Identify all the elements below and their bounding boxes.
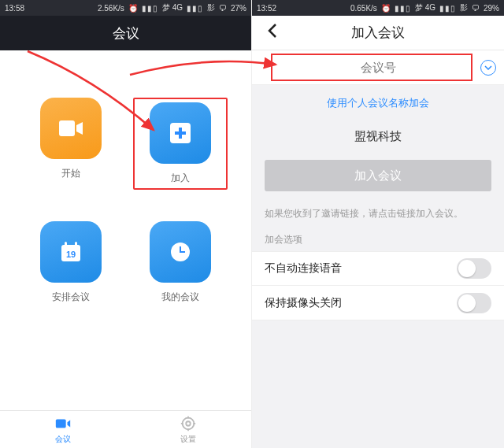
- svg-rect-5: [65, 242, 67, 247]
- video-icon: [54, 415, 72, 432]
- svg-point-13: [187, 421, 191, 426]
- status-time: 13:52: [257, 4, 276, 13]
- video-toggle[interactable]: [457, 293, 491, 313]
- option-label: 保持摄像头关闭: [265, 296, 342, 310]
- gear-icon: [180, 415, 197, 432]
- battery-icon: 🗩: [219, 4, 227, 13]
- svg-rect-0: [59, 120, 75, 136]
- status-battery: 27%: [231, 4, 246, 13]
- signal-icon: ▮▮▯: [395, 4, 411, 13]
- signal-icon-2: ▮▮▯: [187, 4, 203, 13]
- tab-label: 会议: [55, 434, 71, 445]
- audio-toggle[interactable]: [457, 258, 491, 279]
- use-personal-link[interactable]: 使用个人会议名称加会: [252, 85, 504, 121]
- invite-hint: 如果您收到了邀请链接，请点击链接加入会议。: [252, 199, 504, 228]
- signal-icon: ▮▮▯: [142, 4, 158, 13]
- options-heading: 加会选项: [252, 228, 504, 251]
- option-auto-audio: 不自动连接语音: [252, 251, 504, 286]
- tab-settings[interactable]: 设置: [126, 411, 252, 448]
- meeting-id-input[interactable]: [261, 61, 495, 74]
- svg-rect-10: [180, 251, 185, 253]
- svg-rect-6: [75, 242, 77, 247]
- calendar-icon: 19: [40, 221, 102, 283]
- status-speed: 0.65K/s: [350, 4, 377, 13]
- my-meetings-tile[interactable]: 我的会议: [133, 221, 228, 304]
- tab-label: 设置: [180, 434, 196, 445]
- page-title: 加入会议: [351, 24, 405, 42]
- join-button[interactable]: 加入会议: [265, 160, 491, 191]
- tile-label: 安排会议: [52, 291, 90, 304]
- header: 会议: [0, 16, 251, 50]
- status-extra: 影: [460, 2, 468, 13]
- tab-bar: 会议 设置: [0, 410, 251, 448]
- option-video-off: 保持摄像头关闭: [252, 286, 504, 320]
- phone-join-screen: 13:52 0.65K/s ⏰ ▮▮▯ 梦 4G ▮▮▯ 影 🗩 29% 加入会…: [252, 0, 504, 448]
- start-meeting-tile[interactable]: 开始: [24, 98, 118, 190]
- back-button[interactable]: [261, 20, 284, 45]
- video-icon: [40, 98, 102, 159]
- display-name: 盟视科技: [252, 121, 504, 152]
- status-battery: 29%: [484, 4, 499, 13]
- battery-icon: 🗩: [472, 4, 480, 13]
- svg-text:19: 19: [66, 250, 76, 259]
- meeting-id-row: [252, 50, 504, 85]
- option-label: 不自动连接语音: [265, 261, 342, 276]
- signal-icon-2: ▮▮▯: [439, 4, 456, 13]
- tile-grid: 开始 加入 19 安排会议: [0, 50, 251, 410]
- status-bar: 13:58 2.56K/s ⏰ ▮▮▯ 梦 4G ▮▮▯ 影 🗩 27%: [0, 0, 251, 16]
- header: 加入会议: [252, 16, 504, 50]
- status-bar: 13:52 0.65K/s ⏰ ▮▮▯ 梦 4G ▮▮▯ 影 🗩 29%: [252, 0, 504, 16]
- page-title: 会议: [113, 24, 139, 43]
- tab-meetings[interactable]: 会议: [0, 411, 126, 448]
- tile-label: 我的会议: [161, 291, 199, 304]
- status-time: 13:58: [5, 4, 24, 13]
- status-speed: 2.56K/s: [98, 4, 124, 13]
- alarm-icon: ⏰: [381, 4, 391, 13]
- tile-label: 开始: [61, 167, 80, 180]
- schedule-meeting-tile[interactable]: 19 安排会议: [24, 221, 118, 304]
- svg-point-12: [183, 417, 195, 429]
- status-extra: 影: [207, 2, 215, 13]
- join-meeting-tile[interactable]: 加入: [133, 98, 228, 190]
- plus-icon: [150, 102, 211, 164]
- alarm-icon: ⏰: [128, 4, 138, 13]
- expand-button[interactable]: [480, 60, 496, 76]
- status-carrier: 梦 4G: [162, 2, 183, 13]
- chevron-left-icon: [268, 24, 277, 38]
- join-form: 使用个人会议名称加会 盟视科技 加入会议 如果您收到了邀请链接，请点击链接加入会…: [252, 50, 504, 448]
- svg-rect-11: [56, 419, 66, 428]
- status-carrier: 梦 4G: [415, 2, 435, 13]
- svg-rect-3: [175, 131, 186, 135]
- tile-label: 加入: [171, 172, 190, 185]
- chevron-down-icon: [484, 65, 492, 70]
- phone-meetings-screen: 13:58 2.56K/s ⏰ ▮▮▯ 梦 4G ▮▮▯ 影 🗩 27% 会议: [0, 0, 252, 448]
- clock-icon: [150, 221, 211, 283]
